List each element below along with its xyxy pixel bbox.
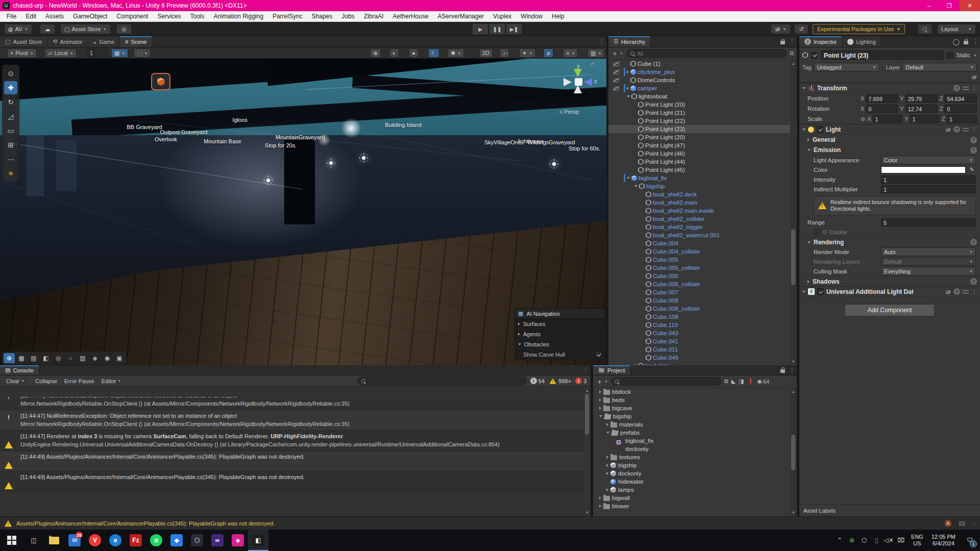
hierarchy-row[interactable]: Cube.005 [608, 256, 797, 264]
dropdown-icon[interactable]: ▼ [529, 52, 532, 55]
account-button[interactable]: ◍ AV▼ [4, 24, 32, 34]
hierarchy-row[interactable]: backship [608, 362, 797, 365]
orbit-icon[interactable]: ◎ [53, 353, 64, 363]
tab-lighting[interactable]: Lighting [842, 36, 881, 47]
transform-tool[interactable]: ⊞ [4, 138, 17, 152]
orientation-icon[interactable]: ▤ [28, 353, 39, 363]
search-overlay-icon[interactable]: ○ [65, 353, 76, 363]
foldout-icon[interactable] [599, 407, 601, 410]
additional-light-data-header[interactable]: # Universal Additional Light Data (Scr 🖳… [799, 286, 980, 297]
unity-editor-icon[interactable]: ◧ [248, 530, 268, 551]
active-checkbox[interactable] [811, 52, 818, 59]
vivaldi-icon[interactable]: V [85, 530, 105, 551]
project-search[interactable] [611, 377, 721, 386]
scene-dock-menu-icon[interactable]: ⋮ [599, 38, 604, 45]
hierarchy-row[interactable]: Point Light (21) [608, 109, 797, 117]
nav-row-show-carve-hull[interactable]: Show Carve Hull [515, 349, 605, 360]
hierarchy-row[interactable]: Cube.006 [608, 272, 797, 280]
light-component-header[interactable]: Light 🖳 ? ⋮ [799, 124, 980, 135]
hierarchy-row[interactable]: bigboat_fix> [608, 174, 797, 182]
tray-chevron-icon[interactable]: ⌃ [834, 530, 846, 551]
hidden-count-icon[interactable]: ❗ [747, 378, 754, 385]
project-row[interactable]: hidewater [593, 478, 797, 486]
task-view-icon[interactable]: ◫ [23, 530, 44, 551]
undo-history-button[interactable]: ↺ [794, 24, 808, 34]
maximize-button[interactable]: ❐ [939, 0, 960, 11]
grid-size-field[interactable] [87, 48, 108, 58]
menu-services[interactable]: Services [153, 11, 185, 22]
hierarchy-scrollbar[interactable]: ▲ ▼ [790, 61, 796, 364]
project-row[interactable]: bbdock [593, 388, 797, 396]
project-row[interactable]: bigship [593, 412, 797, 420]
foldout-icon[interactable] [627, 70, 629, 73]
hierarchy-row[interactable]: Cube.007 [608, 288, 797, 296]
point-light-gizmo-icon[interactable] [263, 176, 273, 185]
transform-position-x-field[interactable]: 7.659 [866, 94, 898, 103]
rect-tool[interactable]: ▭ [4, 124, 17, 137]
render-mode-dropdown[interactable]: Auto▼ [881, 247, 976, 256]
project-row[interactable]: bigship [593, 461, 797, 469]
project-row[interactable]: bigwall [593, 494, 797, 502]
menu-help[interactable]: Help [547, 11, 569, 22]
console-scrollbar[interactable]: ▲ ▼ [584, 388, 590, 515]
console-error-entry[interactable]: [11:44:47] NullReferenceException: Objec… [0, 397, 583, 410]
project-row[interactable]: bigboat_fix [593, 437, 797, 445]
cloud-button[interactable]: ☁ [40, 24, 55, 34]
cookie-checkbox[interactable] [814, 229, 820, 235]
foldout-icon[interactable] [807, 241, 811, 243]
asset-labels-bar[interactable]: Asset Labels [799, 504, 980, 516]
component-enabled-checkbox[interactable] [817, 126, 823, 133]
multiplayer-role-button[interactable]: 🖳▼ [771, 24, 791, 34]
hierarchy-row[interactable]: bigship [608, 182, 797, 190]
lock-icon[interactable] [780, 41, 785, 44]
clock[interactable]: 12:05 PM6/4/2024 [927, 534, 960, 547]
show-carve-hull-checkbox[interactable] [595, 351, 602, 358]
transform-scale-z-field[interactable]: 1 [947, 115, 977, 123]
foldout-icon[interactable] [634, 185, 638, 187]
hierarchy-row[interactable]: Point Light (23) [608, 125, 797, 133]
point-light-gizmo-icon[interactable] [549, 159, 558, 168]
foldout-icon[interactable] [627, 177, 630, 179]
move-tool[interactable]: ✚ [4, 81, 17, 94]
foldout-icon[interactable] [807, 280, 810, 283]
eye-off-icon[interactable] [612, 69, 620, 75]
hierarchy-row[interactable]: Cube.008 [608, 296, 797, 305]
kebab-menu-icon[interactable]: ⋮ [971, 126, 977, 133]
console-search[interactable] [357, 377, 527, 385]
unity-hub-icon[interactable]: ⬡ [187, 530, 207, 551]
hidden-objects-icon[interactable]: ø [544, 48, 553, 58]
file-explorer-icon[interactable] [44, 530, 64, 551]
static-checkbox[interactable] [947, 52, 953, 59]
presets-icon[interactable] [963, 86, 969, 91]
foldout-icon[interactable] [807, 138, 810, 141]
static-dropdown-icon[interactable]: ▼ [973, 54, 977, 57]
filezilla-icon[interactable]: Fz [126, 530, 146, 551]
console-error-count[interactable]: !3 [573, 378, 589, 384]
overrides-icon[interactable]: 🖳 [945, 289, 951, 295]
visibility-gutter[interactable] [608, 77, 624, 83]
mail-app-icon[interactable]: ✉26 [64, 530, 85, 551]
spotify-icon[interactable]: ≋ [146, 530, 166, 551]
nav-row-obstacles[interactable]: Obstacles [515, 339, 605, 349]
y-axis-cone[interactable] [574, 69, 582, 77]
menu-jobs[interactable]: Jobs [337, 11, 359, 22]
tag-dropdown[interactable]: Untagged▼ [814, 63, 879, 71]
open-window-icon[interactable]: ⧉ [790, 50, 794, 57]
split-view-icon[interactable]: ▥▼ [587, 48, 604, 58]
help-icon[interactable]: ? [970, 137, 977, 143]
eye-off-icon[interactable] [612, 77, 620, 83]
handle-orientation-dropdown[interactable]: ▱ Local▼ [45, 48, 77, 58]
foldout-icon[interactable] [627, 87, 629, 90]
menu-assets[interactable]: Assets [41, 11, 68, 22]
edge-icon[interactable]: e [105, 530, 126, 551]
hierarchy-row[interactable]: citydome_plus> [608, 68, 797, 76]
light-shadows-foldout[interactable]: Shadows ? [799, 276, 980, 286]
transform-position-y-field[interactable]: 29.79 [905, 94, 938, 103]
network-display-icon[interactable]: ⌧ [895, 530, 907, 551]
scene-viewport[interactable]: ayBB GraveyardOutpost GraveyardOverlookI… [0, 59, 606, 365]
overrides-icon[interactable]: 🖳 [945, 127, 951, 133]
console-warning-entry[interactable]: [11:44:47] Renderer at index 3 is missin… [0, 431, 583, 451]
kebab-menu-icon[interactable]: ⋮ [971, 85, 977, 91]
measure-icon[interactable]: ▧ [77, 353, 88, 363]
menu-window[interactable]: Window [516, 11, 547, 22]
